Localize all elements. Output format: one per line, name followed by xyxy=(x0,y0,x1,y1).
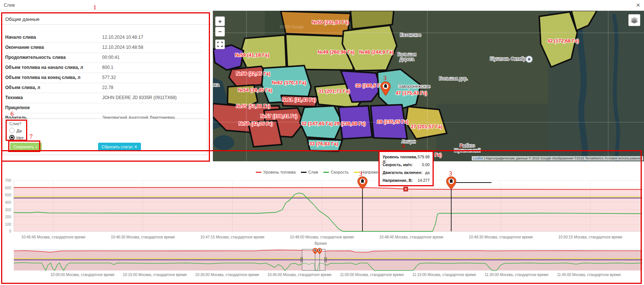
fullscreen-icon xyxy=(217,42,223,47)
svg-text:400: 400 xyxy=(5,200,11,205)
drain-question-label: Слив? xyxy=(9,121,21,126)
place-label: Казанское xyxy=(400,32,421,38)
svg-text:10:30:00 Москва, стандартное в: 10:30:00 Москва, стандартное время xyxy=(195,273,259,277)
svg-text:200: 200 xyxy=(5,215,11,219)
legend-item-drain[interactable]: Слив xyxy=(301,170,318,174)
mini-chart[interactable]: 10:00:00 Москва, стандартное время 10:15… xyxy=(0,242,644,285)
svg-text:11:45:00 Москва, стандартное в: 11:45:00 Москва, стандартное время xyxy=(557,273,621,277)
leaflet-link[interactable]: Leaflet xyxy=(473,156,483,160)
fuel-canister-icon xyxy=(314,250,315,251)
main-chart[interactable]: 700 600 500 400 300 200 100 0 xyxy=(0,164,644,246)
layers-icon xyxy=(631,17,638,24)
svg-text:10:48:00 Москва, стандартное в: 10:48:00 Москва, стандартное время xyxy=(290,235,354,239)
place-label: вка xyxy=(213,82,220,88)
place-label: Большая дор. xyxy=(439,76,468,81)
svg-text:11:30:00 Москва, стандартное в: 11:30:00 Москва, стандартное время xyxy=(485,273,549,277)
place-label: Большая xyxy=(398,52,416,57)
place-label: Дорога xyxy=(399,57,414,62)
svg-text:10:45:00 Москва, стандартное в: 10:45:00 Москва, стандартное время xyxy=(267,273,331,277)
field-label: 28 (235,25 Га) xyxy=(377,119,409,124)
svg-text:0: 0 xyxy=(9,229,11,233)
table-row: Объем топлива на конец слива, л577.32 xyxy=(5,73,202,83)
field-label: 42 (172,68 Га) xyxy=(547,38,579,44)
lake xyxy=(213,135,234,150)
legend-swatch xyxy=(256,172,261,173)
map-container[interactable]: ©2025 Google №50 (232,83 Га) №49 (260,96… xyxy=(213,10,644,161)
y-tick-labels: 700 600 500 400 300 200 100 0 xyxy=(5,178,11,233)
field-label: 32 (147,65 Га) xyxy=(301,121,333,126)
close-icon[interactable]: ✕ xyxy=(636,2,640,8)
svg-text:500: 500 xyxy=(5,193,11,197)
mini-x-tick-labels: 10:00:00 Москва, стандартное время 10:15… xyxy=(50,273,621,277)
field-label: 30 (199,5 Га) xyxy=(355,83,384,88)
table-row: ТехникаJOHN DEERE JD 8335R (0911TX68) xyxy=(5,93,202,103)
fuel-area-fill xyxy=(14,187,642,231)
radio-option-no[interactable]: Нет xyxy=(9,135,24,140)
fullscreen-button[interactable] xyxy=(215,39,225,49)
field-label: №62 (170,3 Га) xyxy=(272,80,306,85)
selected-point[interactable] xyxy=(404,187,408,191)
check-icon: ✓ xyxy=(35,145,38,149)
poi-marker[interactable] xyxy=(526,56,533,63)
svg-text:10:50:15 Москва, стандартное в: 10:50:15 Москва, стандартное время xyxy=(558,235,622,239)
radio-option-yes[interactable]: Да xyxy=(9,128,22,133)
fuel-canister-icon xyxy=(362,179,363,180)
field-label: №55 (53,88 Га) xyxy=(236,103,270,109)
field-label: №59 (41,18 Га) xyxy=(235,52,269,58)
table-row: Начало слива12.10.2024 10:48:17 xyxy=(5,33,202,43)
svg-text:10:00:00 Москва, стандартное в: 10:00:00 Москва, стандартное время xyxy=(50,273,114,277)
fuel-canister-icon xyxy=(319,250,320,251)
legend-item-fuel[interactable]: Уровень топлива xyxy=(256,170,296,174)
general-data-panel: Общие данные Начало слива12.10.2024 10:4… xyxy=(0,10,213,161)
chart-tooltip: Уровень топлива, л:579.98 Скорость, км/ч… xyxy=(378,151,434,186)
table-row: Прицепное xyxy=(5,103,202,113)
svg-text:10:46:30 Москва, стандартное в: 10:46:30 Москва, стандартное время xyxy=(111,235,175,239)
save-button[interactable]: Сохранить ✓ xyxy=(10,143,42,151)
legend-swatch xyxy=(323,172,329,173)
svg-text:10:45:45 Москва, стандартное в: 10:45:45 Москва, стандартное время xyxy=(21,235,85,239)
zoom-in-button[interactable]: + xyxy=(215,16,225,26)
header-bar: Слив ✕ xyxy=(0,0,644,11)
fuel-canister-icon xyxy=(385,84,386,85)
google-watermark: ©2025 Google xyxy=(280,25,304,29)
page-title: Слив xyxy=(4,3,15,8)
fuel-canister-icon xyxy=(450,179,452,180)
svg-text:11:15:00 Москва, стандартное в: 11:15:00 Москва, стандартное время xyxy=(412,273,476,277)
radio-icon-no-checked[interactable] xyxy=(9,135,15,140)
place-label: Шушпань Октябрь xyxy=(490,56,528,61)
field-label: 31 (201,73 Га) xyxy=(318,88,350,94)
map-canvas: ©2025 Google №50 (232,83 Га) №49 (260,96… xyxy=(213,10,644,161)
legend-item-speed[interactable]: Скорость xyxy=(323,170,349,174)
field-label: №54 (39,45 Га) xyxy=(238,87,272,93)
table-row: Окончание слива12.10.2024 10:48:58 xyxy=(5,43,202,53)
table-row: Объем слива, л22.78 xyxy=(5,83,202,93)
field-label: 47 (175,43 Га) xyxy=(396,90,427,96)
drain-status-groupbox: Слив? Да Нет Сохранить ✓ Сбросить статус… xyxy=(2,118,207,155)
svg-text:10:49:30 Москва, стандартное в: 10:49:30 Москва, стандартное время xyxy=(469,235,533,239)
legend-swatch xyxy=(301,172,307,173)
field-label: №49 (260,96 Га) xyxy=(317,49,354,55)
place-label: Лещин xyxy=(402,139,416,144)
svg-text:700: 700 xyxy=(5,178,11,183)
svg-text:300: 300 xyxy=(5,208,11,212)
field-label: 29 (238,68 Га) xyxy=(334,121,366,126)
panel-title: Общие данные xyxy=(5,16,40,22)
app-window: Слив ✕ Общие данные Начало слива12.10.20… xyxy=(0,0,644,285)
place-label: Рыбхоз xyxy=(459,143,475,148)
layers-control[interactable] xyxy=(628,14,640,26)
x-tick-labels: 10:45:45 Москва, стандартное время 10:46… xyxy=(21,235,622,239)
field-label: №48 (244,9 Га) xyxy=(359,49,393,55)
table-row: Продолжительность слива00:00:41 xyxy=(5,53,202,63)
place-label: Шушпанский xyxy=(454,148,480,153)
drain-chart-marker[interactable] xyxy=(446,177,456,189)
table-row: Объем топлива на начало слива, л600.1 xyxy=(5,63,202,73)
radio-icon-yes[interactable] xyxy=(9,128,15,133)
reset-status-button[interactable]: Сбросить статус ✕ xyxy=(98,143,141,151)
mini-fuel-area xyxy=(14,250,642,270)
svg-text:11:00:00 Москва, стандартное в: 11:00:00 Москва, стандартное время xyxy=(340,273,404,277)
zoom-out-button[interactable]: − xyxy=(215,27,225,37)
map-attribution: Leaflet | Картографические данные © 2016… xyxy=(472,156,643,161)
divider xyxy=(0,24,213,25)
field-label: №57 (108,31 Га) xyxy=(260,113,297,119)
field-label: №58 (42,35 Га) xyxy=(239,121,273,126)
